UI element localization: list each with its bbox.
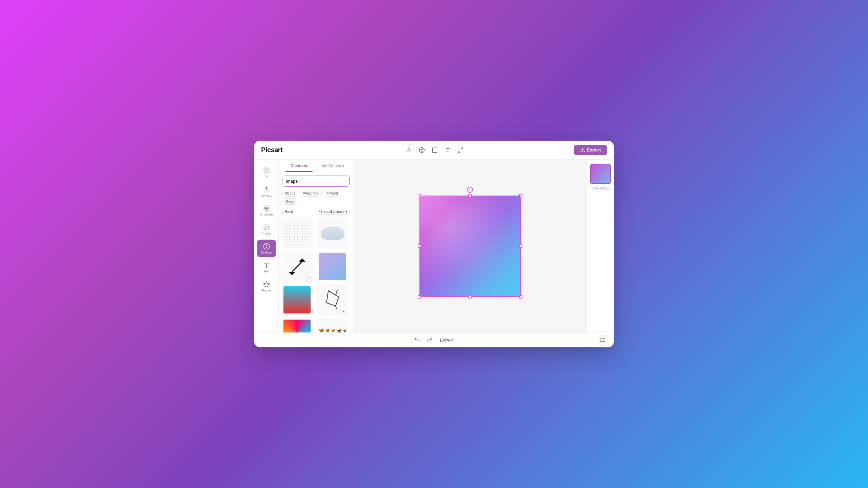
svg-rect-12 [264,206,269,207]
sticker-add-icon[interactable]: + [305,275,311,281]
sidebar-item-photos[interactable]: Photos [257,221,276,238]
canvas-size-label: 1080x1080px [591,187,609,190]
search-input[interactable] [282,176,349,186]
tab-my-stickers[interactable]: My Stickers [316,160,350,172]
sidebar-item-fit[interactable]: Fit [257,164,276,181]
sticker-item-dots[interactable] [281,218,313,249]
list-icon[interactable]: ≡ [392,146,400,154]
handle-top-left[interactable] [418,194,421,197]
license-button[interactable]: Personal License ▾ [316,209,350,215]
rotate-handle[interactable]: ↻ [467,187,473,193]
zoom-selector[interactable]: 100% ▾ [437,337,456,344]
sidebar-item-shapes[interactable]: Shapes [257,278,276,295]
sidebar-item-templates[interactable]: Templates [257,202,276,219]
handle-mid-left[interactable] [418,244,421,248]
tab-discover[interactable]: Discover [282,160,316,172]
stickers-grid: + [279,217,353,332]
undo-button[interactable] [412,336,422,345]
tag-neon[interactable]: #Neon [282,198,298,205]
sticker-gradient-blue-visual [319,253,346,280]
canvas-area[interactable]: ↻ [353,160,587,332]
face-icon[interactable] [418,146,426,154]
sticker-dots-visual [285,222,309,245]
svg-line-4 [461,148,463,149]
svg-marker-25 [322,288,341,309]
handle-bottom-right[interactable] [519,295,522,299]
sidebar-item-stickers[interactable]: Stickers [257,240,276,257]
svg-marker-21 [263,281,269,287]
sticker-kite-add-icon[interactable]: + [341,308,347,314]
sticker-item-arrows[interactable]: + [281,251,313,282]
svg-rect-14 [267,208,269,211]
left-nav: Fit Uploads Templates Photos [254,160,279,332]
tag-aesthetic[interactable]: #Aesthetic [300,190,322,197]
chat-button[interactable] [597,335,608,346]
handle-top-right[interactable] [519,194,522,197]
sticker-item-gradient-blue[interactable] [317,251,348,282]
sticker-item-kite[interactable]: + [317,284,348,316]
handle-mid-right[interactable] [519,244,522,248]
canvas-element[interactable]: ↻ [420,196,520,296]
sticker-item-gradient-red[interactable] [281,284,313,316]
sidebar-panel: Discover My Stickers #Icons #Aesthetic #… [279,160,353,332]
sticker-butterflies-visual: 🦋 🦋 🦋 🦋 🦋 🦋 [317,328,348,333]
sidebar-item-uploads[interactable]: Uploads [257,183,276,200]
nav-label-photos: Photos [261,232,271,235]
license-chevron-icon: ▾ [346,210,347,214]
logo: Picsart [261,146,282,154]
zoom-level-label: 100% [439,338,450,343]
panel-toggle-button[interactable]: › [350,238,353,254]
svg-marker-23 [299,258,305,262]
sidebar-item-text[interactable]: Text [257,259,276,276]
svg-rect-10 [267,171,269,173]
zoom-controls: 100% ▾ [412,336,456,345]
nav-label-uploads: Uploads [261,194,272,197]
svg-point-0 [419,147,425,152]
svg-rect-7 [264,168,266,170]
nav-label-shapes: Shapes [261,289,272,292]
nav-label-fit: Fit [265,175,268,178]
sticker-item-butterflies[interactable]: 🦋 🦋 🦋 🦋 🦋 🦋 [317,318,348,332]
svg-rect-9 [264,171,266,173]
search-box [282,176,350,187]
back-chevron-icon: ‹ [282,210,283,214]
svg-rect-8 [267,168,269,170]
sticker-cloud-visual [321,227,344,240]
svg-rect-13 [264,208,266,211]
svg-point-1 [421,149,421,150]
svg-line-22 [292,262,302,272]
back-label: Back [285,210,293,214]
back-button[interactable]: ‹ Back [282,210,293,214]
handle-bottom-left[interactable] [418,295,421,299]
thumbnail-preview[interactable] [590,164,611,184]
transform-icon[interactable] [456,146,465,154]
selection-border [419,196,521,297]
export-button[interactable]: Export [574,145,607,155]
tag-pastel[interactable]: #Pastel [323,190,341,197]
delete-icon[interactable] [443,146,452,154]
zoom-chevron-icon: ▾ [451,338,453,343]
svg-line-5 [458,150,460,152]
nav-label-text: Text [263,270,269,273]
svg-marker-24 [289,272,295,275]
license-label: Personal License [318,210,344,214]
app-body: Fit Uploads Templates Photos [254,160,614,332]
sticker-item-gradient-multi[interactable] [281,318,313,332]
header: Picsart ≡ fx [254,141,614,160]
redo-button[interactable] [425,336,434,345]
handle-bottom-mid[interactable] [468,295,472,299]
header-tools: ≡ fx [392,146,465,154]
formula-icon[interactable]: fx [405,146,413,154]
svg-point-16 [265,226,266,227]
frame-icon[interactable] [431,146,439,154]
sticker-item-cloud[interactable] [317,218,348,249]
sticker-gradient-red-visual [283,286,311,313]
svg-line-26 [335,306,337,309]
tabs-row: Discover My Stickers [279,160,353,172]
bottom-bar: 100% ▾ [254,332,614,347]
handle-top-mid[interactable] [468,194,472,197]
app-window: Picsart ≡ fx [254,141,614,347]
tag-icons[interactable]: #Icons [282,190,298,197]
canvas-inner: ↻ [402,178,538,314]
sticker-gradient-multi-visual [283,320,311,332]
